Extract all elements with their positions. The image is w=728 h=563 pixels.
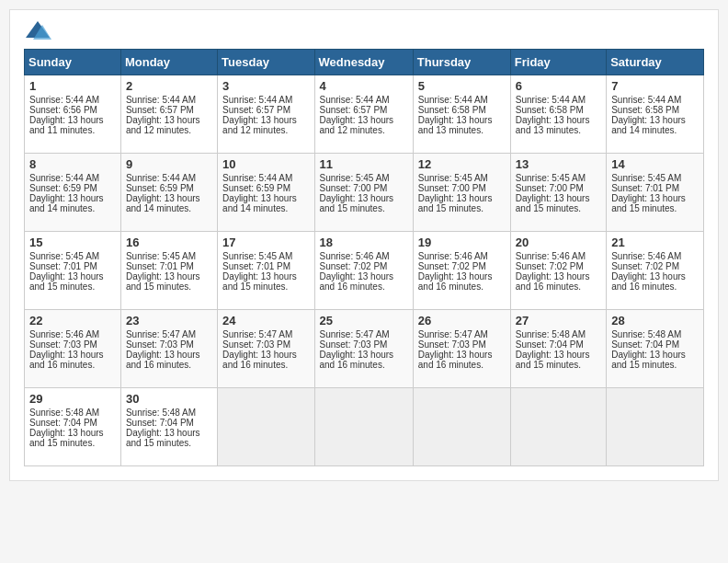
calendar-day-cell: 22Sunrise: 5:46 AMSunset: 7:03 PMDayligh… [25,310,121,388]
sunrise-text: Sunrise: 5:46 AM [611,251,699,261]
calendar-day-cell: 17Sunrise: 5:45 AMSunset: 7:01 PMDayligh… [218,232,314,310]
sunrise-text: Sunrise: 5:45 AM [126,251,212,261]
calendar-day-cell: 16Sunrise: 5:45 AMSunset: 7:01 PMDayligh… [120,232,217,310]
daylight-text: Daylight: 13 hours and 15 minutes. [29,271,116,292]
sunrise-text: Sunrise: 5:44 AM [320,95,408,105]
calendar-day-cell: 8Sunrise: 5:44 AMSunset: 6:59 PMDaylight… [25,154,121,232]
day-number: 6 [516,79,601,93]
sunset-text: Sunset: 7:03 PM [126,339,212,350]
calendar-day-cell: 3Sunrise: 5:44 AMSunset: 6:57 PMDaylight… [218,75,314,154]
calendar-day-cell: 21Sunrise: 5:46 AMSunset: 7:02 PMDayligh… [607,232,704,310]
daylight-text: Daylight: 13 hours and 15 minutes. [222,271,309,292]
calendar-week-row: 22Sunrise: 5:46 AMSunset: 7:03 PMDayligh… [25,310,704,388]
day-number: 26 [418,314,506,327]
sunrise-text: Sunrise: 5:45 AM [29,251,116,261]
sunrise-text: Sunrise: 5:48 AM [126,408,212,418]
sunset-text: Sunset: 7:00 PM [320,183,408,193]
sunrise-text: Sunrise: 5:45 AM [611,173,699,183]
calendar-day-cell: 12Sunrise: 5:45 AMSunset: 7:00 PMDayligh… [413,154,510,232]
sunrise-text: Sunrise: 5:44 AM [29,95,116,105]
sunrise-text: Sunrise: 5:44 AM [126,95,212,105]
sunrise-text: Sunrise: 5:46 AM [29,329,116,339]
calendar-day-cell: 7Sunrise: 5:44 AMSunset: 6:58 PMDaylight… [607,75,704,154]
calendar-page: SundayMondayTuesdayWednesdayThursdayFrid… [9,9,719,481]
sunset-text: Sunset: 7:01 PM [611,183,699,193]
sunrise-text: Sunrise: 5:45 AM [222,251,309,261]
day-number: 28 [611,314,699,327]
sunset-text: Sunset: 7:04 PM [611,339,699,350]
sunrise-text: Sunrise: 5:44 AM [418,95,506,105]
day-header-friday: Friday [510,50,606,75]
sunset-text: Sunset: 7:00 PM [418,183,506,193]
logo [24,19,55,41]
daylight-text: Daylight: 13 hours and 14 minutes. [222,193,309,213]
sunrise-text: Sunrise: 5:44 AM [29,173,116,183]
sunrise-text: Sunrise: 5:47 AM [418,329,506,339]
sunrise-text: Sunrise: 5:47 AM [320,329,408,339]
calendar-day-cell [607,388,704,466]
day-number: 5 [418,79,506,93]
sunset-text: Sunset: 6:59 PM [29,183,116,193]
day-header-wednesday: Wednesday [314,50,413,75]
sunrise-text: Sunrise: 5:44 AM [222,173,309,183]
day-number: 14 [611,157,699,171]
day-number: 30 [126,392,212,406]
sunset-text: Sunset: 6:57 PM [222,105,309,115]
calendar-day-cell: 4Sunrise: 5:44 AMSunset: 6:57 PMDaylight… [314,75,413,154]
sunrise-text: Sunrise: 5:47 AM [222,329,309,339]
sunset-text: Sunset: 6:56 PM [29,105,116,115]
daylight-text: Daylight: 13 hours and 16 minutes. [222,350,309,370]
sunset-text: Sunset: 7:04 PM [29,418,116,428]
day-header-monday: Monday [120,50,217,75]
daylight-text: Daylight: 13 hours and 15 minutes. [29,428,116,448]
day-number: 16 [126,236,212,249]
sunrise-text: Sunrise: 5:45 AM [516,173,601,183]
daylight-text: Daylight: 13 hours and 15 minutes. [320,193,408,213]
day-number: 11 [320,157,408,171]
calendar-day-cell: 1Sunrise: 5:44 AMSunset: 6:56 PMDaylight… [25,75,121,154]
sunrise-text: Sunrise: 5:46 AM [320,251,408,261]
sunrise-text: Sunrise: 5:44 AM [126,173,212,183]
daylight-text: Daylight: 13 hours and 15 minutes. [418,193,506,213]
sunset-text: Sunset: 7:03 PM [418,339,506,350]
daylight-text: Daylight: 13 hours and 14 minutes. [126,193,212,213]
daylight-text: Daylight: 13 hours and 14 minutes. [611,115,699,135]
sunset-text: Sunset: 6:58 PM [418,105,506,115]
day-number: 19 [418,236,506,249]
calendar-day-cell: 25Sunrise: 5:47 AMSunset: 7:03 PMDayligh… [314,310,413,388]
daylight-text: Daylight: 13 hours and 16 minutes. [29,350,116,370]
daylight-text: Daylight: 13 hours and 15 minutes. [126,271,212,292]
sunset-text: Sunset: 7:02 PM [516,261,601,271]
sunset-text: Sunset: 7:03 PM [222,339,309,350]
sunset-text: Sunset: 6:57 PM [126,105,212,115]
calendar-day-cell: 29Sunrise: 5:48 AMSunset: 7:04 PMDayligh… [25,388,121,466]
day-number: 27 [516,314,601,327]
day-number: 17 [222,236,309,249]
sunrise-text: Sunrise: 5:44 AM [222,95,309,105]
sunset-text: Sunset: 7:01 PM [222,261,309,271]
calendar-day-cell: 19Sunrise: 5:46 AMSunset: 7:02 PMDayligh… [413,232,510,310]
daylight-text: Daylight: 13 hours and 15 minutes. [126,428,212,448]
day-number: 12 [418,157,506,171]
daylight-text: Daylight: 13 hours and 16 minutes. [418,271,506,292]
day-number: 18 [320,236,408,249]
daylight-text: Daylight: 13 hours and 15 minutes. [611,350,699,370]
calendar-week-row: 29Sunrise: 5:48 AMSunset: 7:04 PMDayligh… [25,388,704,466]
calendar-day-cell: 28Sunrise: 5:48 AMSunset: 7:04 PMDayligh… [607,310,704,388]
calendar-day-cell [510,388,606,466]
daylight-text: Daylight: 13 hours and 12 minutes. [222,115,309,135]
day-number: 7 [611,79,699,93]
calendar-week-row: 1Sunrise: 5:44 AMSunset: 6:56 PMDaylight… [25,75,704,154]
day-number: 23 [126,314,212,327]
calendar-day-cell [413,388,510,466]
sunset-text: Sunset: 7:02 PM [611,261,699,271]
day-number: 2 [126,79,212,93]
sunrise-text: Sunrise: 5:46 AM [418,251,506,261]
sunset-text: Sunset: 6:58 PM [516,105,601,115]
daylight-text: Daylight: 13 hours and 14 minutes. [29,193,116,213]
day-number: 13 [516,157,601,171]
daylight-text: Daylight: 13 hours and 12 minutes. [320,115,408,135]
sunset-text: Sunset: 6:57 PM [320,105,408,115]
calendar-day-cell [314,388,413,466]
sunrise-text: Sunrise: 5:44 AM [516,95,601,105]
